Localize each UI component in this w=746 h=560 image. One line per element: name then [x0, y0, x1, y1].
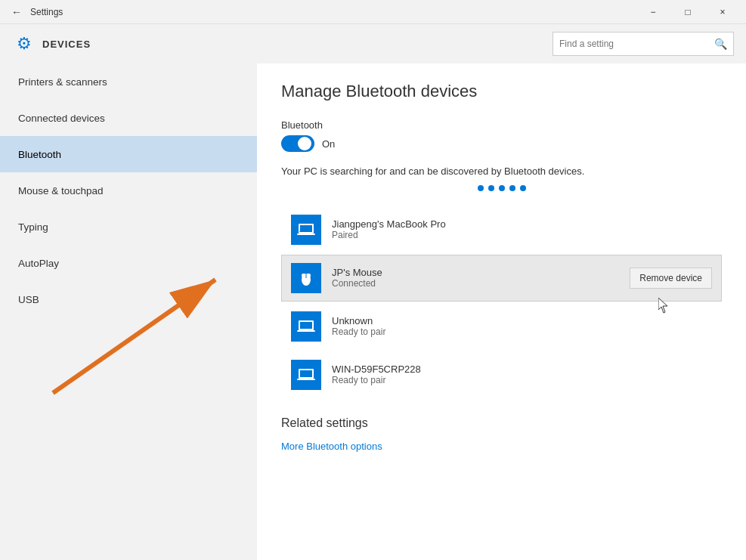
- sidebar-item-typing[interactable]: Typing: [0, 209, 257, 245]
- toggle-state-label: On: [322, 138, 335, 150]
- svg-rect-6: [303, 231, 305, 232]
- window-controls: − □ ×: [636, 0, 740, 24]
- unknown-info: Unknown Ready to pair: [332, 315, 385, 337]
- scanning-dots: [281, 185, 722, 191]
- dot-4: [509, 185, 515, 191]
- sidebar-item-printers[interactable]: Printers & scanners: [0, 63, 257, 100]
- svg-rect-10: [302, 274, 305, 277]
- sidebar: Printers & scanners Connected devices Bl…: [0, 63, 257, 560]
- scanning-text: Your PC is searching for and can be disc…: [281, 164, 722, 179]
- device-win[interactable]: WIN-D59F5CRP228 Ready to pair: [281, 351, 722, 398]
- app-title: DEVICES: [42, 39, 91, 50]
- app-header: ⚙ DEVICES 🔍: [0, 24, 746, 63]
- toggle-knob: [298, 137, 311, 150]
- dot-1: [478, 185, 484, 191]
- related-settings-title: Related settings: [281, 416, 722, 430]
- sidebar-item-mouse[interactable]: Mouse & touchpad: [0, 172, 257, 209]
- svg-rect-14: [297, 330, 315, 332]
- window: ← Settings − □ × ⚙ DEVICES 🔍 Printers & …: [0, 0, 746, 560]
- page-title: Manage Bluetooth devices: [281, 82, 722, 101]
- macbook-name: Jiangpeng's MacBook Pro: [332, 218, 446, 230]
- main-content: Printers & scanners Connected devices Bl…: [0, 63, 746, 560]
- unknown-status: Ready to pair: [332, 326, 385, 337]
- minimize-button[interactable]: −: [636, 0, 670, 24]
- dot-5: [520, 185, 526, 191]
- svg-rect-11: [307, 274, 311, 277]
- mouse-svg: [297, 269, 315, 287]
- dot-3: [499, 185, 505, 191]
- svg-rect-4: [297, 234, 315, 235]
- back-button[interactable]: ←: [6, 2, 27, 23]
- win-name: WIN-D59F5CRP228: [332, 364, 421, 375]
- win-icon: [291, 360, 321, 390]
- window-title: Settings: [30, 7, 63, 17]
- title-bar: ← Settings − □ ×: [0, 0, 746, 24]
- bluetooth-toggle-row: On: [281, 135, 722, 152]
- sidebar-item-usb[interactable]: USB: [0, 281, 257, 317]
- svg-rect-3: [300, 225, 312, 232]
- macbook-status: Paired: [332, 230, 446, 240]
- svg-rect-5: [299, 231, 302, 232]
- search-icon: 🔍: [714, 38, 727, 50]
- sidebar-item-bluetooth[interactable]: Bluetooth: [0, 136, 257, 172]
- mouse-status: Connected: [332, 278, 382, 289]
- device-mouse[interactable]: JP's Mouse Connected Remove device: [281, 255, 722, 302]
- search-box[interactable]: 🔍: [553, 32, 734, 56]
- win-info: WIN-D59F5CRP228 Ready to pair: [332, 364, 421, 385]
- laptop-svg: [297, 221, 315, 239]
- remove-device-button[interactable]: Remove device: [630, 268, 712, 289]
- macbook-icon: [291, 215, 321, 245]
- unknown-laptop-svg: [297, 317, 315, 336]
- search-input[interactable]: [559, 39, 714, 49]
- device-unknown[interactable]: Unknown Ready to pair: [281, 303, 722, 350]
- svg-rect-16: [300, 370, 312, 377]
- close-button[interactable]: ×: [705, 0, 740, 24]
- more-bluetooth-link[interactable]: More Bluetooth options: [281, 441, 382, 452]
- mouse-info: JP's Mouse Connected: [332, 267, 382, 289]
- devices-icon: ⚙: [12, 32, 36, 56]
- mouse-name: JP's Mouse: [332, 267, 382, 278]
- svg-rect-13: [300, 322, 312, 329]
- mouse-icon: [291, 263, 321, 293]
- sidebar-item-connected-devices[interactable]: Connected devices: [0, 100, 257, 136]
- bluetooth-label: Bluetooth: [281, 119, 722, 131]
- win-status: Ready to pair: [332, 375, 421, 385]
- device-macbook[interactable]: Jiangpeng's MacBook Pro Paired: [281, 206, 722, 253]
- svg-rect-17: [297, 379, 315, 380]
- win-laptop-svg: [297, 366, 315, 384]
- dot-2: [488, 185, 494, 191]
- bluetooth-toggle[interactable]: [281, 135, 314, 152]
- sidebar-item-autoplay[interactable]: AutoPlay: [0, 245, 257, 281]
- macbook-info: Jiangpeng's MacBook Pro Paired: [332, 218, 446, 240]
- unknown-name: Unknown: [332, 315, 385, 326]
- unknown-icon: [291, 311, 321, 342]
- maximize-button[interactable]: □: [670, 0, 705, 24]
- content-area: Manage Bluetooth devices Bluetooth On Yo…: [257, 63, 746, 560]
